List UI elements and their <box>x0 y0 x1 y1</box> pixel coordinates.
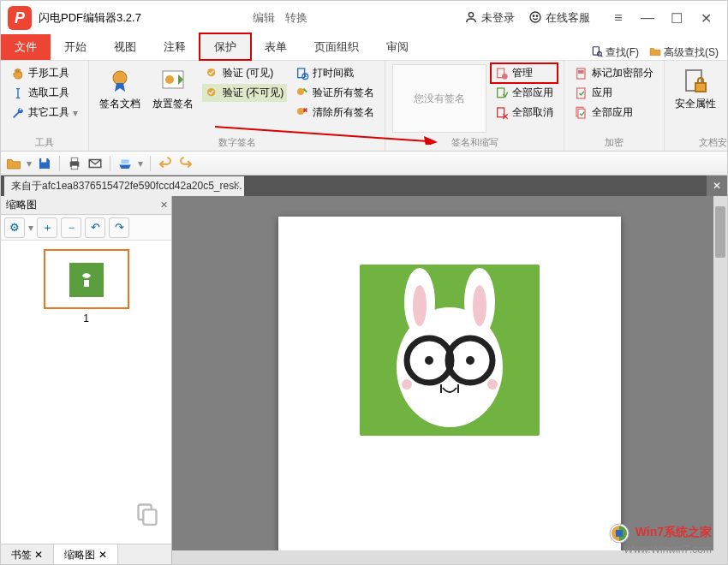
title-bar: P 闪电PDF编辑器3.2.7 编辑 转换 未登录 在线客服 ≡ — ☐ ✕ <box>1 1 727 35</box>
svg-rect-35 <box>84 280 89 287</box>
footer-tab-thumbnail[interactable]: 缩略图 ✕ <box>54 544 117 564</box>
apply-all-button[interactable]: 全部应用 <box>492 84 557 102</box>
sign-doc-button[interactable]: 签名文档 <box>96 64 144 115</box>
other-tools[interactable]: 其它工具▾ <box>8 104 81 122</box>
svg-point-48 <box>402 379 412 390</box>
page-view <box>278 217 621 564</box>
page-image <box>360 265 540 436</box>
undo-icon[interactable] <box>158 156 173 171</box>
svg-rect-32 <box>71 165 78 170</box>
close-tab-icon[interactable]: ✕ <box>232 179 241 191</box>
tab-view[interactable]: 视图 <box>100 34 150 60</box>
tab-review[interactable]: 审阅 <box>373 34 422 60</box>
tab-protect[interactable]: 保护 <box>200 33 251 60</box>
chevron-down-icon[interactable]: ▾ <box>27 158 32 170</box>
adv-find-button[interactable]: 高级查找(S) <box>649 45 719 60</box>
thumbnail-item[interactable]: 1 <box>44 249 129 324</box>
mark-encrypt-button[interactable]: 标记加密部分 <box>571 64 657 82</box>
menu-convert[interactable]: 转换 <box>285 10 307 26</box>
thumbnail-panel: 缩略图 ✕ ⚙▾ ＋ － ↶ ↷ 1 书签 ✕ <box>1 196 172 564</box>
manage-button[interactable]: 管理 <box>492 64 557 82</box>
thumbnail-image <box>69 263 104 297</box>
close-button[interactable]: ✕ <box>691 6 720 30</box>
svg-point-11 <box>207 68 215 76</box>
svg-point-47 <box>466 356 474 365</box>
zoom-in-icon[interactable]: ＋ <box>37 217 57 238</box>
group-sig-abbr: 您没有签名 管理 全部应用 全部取消 签名和缩写 <box>385 61 564 151</box>
print-icon[interactable] <box>67 156 82 171</box>
maximize-button[interactable]: ☐ <box>662 6 691 30</box>
svg-rect-19 <box>498 88 504 98</box>
ribbon-tabs: 文件 开始 视图 注释 保护 表单 页面组织 审阅 查找(F) 高级查找(S) <box>1 35 727 61</box>
thumbnail-list[interactable]: 1 <box>1 241 171 544</box>
close-all-tabs[interactable]: ✕ <box>707 175 727 196</box>
hand-tool[interactable]: 手形工具 <box>8 64 81 82</box>
clear-all-sigs[interactable]: 清除所有签名 <box>292 104 378 122</box>
verify-all-sigs[interactable]: 验证所有签名 <box>292 84 378 102</box>
select-tool[interactable]: 选取工具 <box>8 84 81 102</box>
panel-header: 缩略图 ✕ <box>1 196 171 215</box>
hand-icon <box>11 67 25 80</box>
apply-all-encrypt-button[interactable]: 全部应用 <box>571 104 657 122</box>
svg-point-15 <box>297 88 304 95</box>
app-title: 闪电PDF编辑器3.2.7 <box>39 10 141 26</box>
tab-start[interactable]: 开始 <box>51 34 100 60</box>
verify-visible[interactable]: 验证 (可见) <box>202 64 287 82</box>
online-service[interactable]: 在线客服 <box>528 10 590 27</box>
save-icon[interactable] <box>37 156 52 171</box>
rotate-left-icon[interactable]: ↶ <box>85 217 105 238</box>
ribbon: 手形工具 选取工具 其它工具▾ 工具 签名文档 放置签名 验证 (可见) 验证 … <box>1 61 727 152</box>
security-attr-button[interactable]: 安全属性 <box>671 64 719 115</box>
rotate-right-icon[interactable]: ↷ <box>109 217 129 238</box>
document-tab[interactable]: 来自于afc1ea8376515472fe590fccd42a20c5_resi… <box>4 176 244 196</box>
lock-doc-icon <box>682 68 709 95</box>
close-panel-icon[interactable]: ✕ <box>160 199 168 211</box>
verify-invisible[interactable]: 验证 (不可见) <box>202 84 287 102</box>
zoom-out-icon[interactable]: － <box>61 217 81 238</box>
timestamp-button[interactable]: 打时间戳 <box>292 64 378 82</box>
vertical-scrollbar[interactable] <box>713 196 727 564</box>
tab-file[interactable]: 文件 <box>1 34 51 60</box>
svg-point-8 <box>113 71 127 85</box>
document-canvas[interactable] <box>172 196 727 564</box>
document-tabbar: 来自于afc1ea8376515472fe590fccd42a20c5_resi… <box>1 175 727 196</box>
svg-point-18 <box>503 74 507 78</box>
place-signature-icon <box>159 68 187 95</box>
group-encrypt: 标记加密部分 应用 全部应用 加密 <box>564 61 665 151</box>
apply-encrypt-button[interactable]: 应用 <box>571 84 657 102</box>
mail-icon[interactable] <box>87 156 103 171</box>
svg-rect-25 <box>578 109 585 118</box>
cancel-all-icon <box>495 106 509 120</box>
gear-doc-icon <box>495 67 509 80</box>
mark-icon <box>575 67 588 80</box>
apply-all-icon <box>575 106 588 120</box>
app-logo: P <box>8 6 32 30</box>
quick-access-toolbar: ▾ ▾ <box>1 152 727 175</box>
place-sig-button[interactable]: 放置签名 <box>149 64 197 115</box>
hamburger-icon[interactable]: ≡ <box>604 6 633 30</box>
chevron-down-icon[interactable]: ▾ <box>138 158 143 170</box>
minimize-button[interactable]: — <box>633 6 662 30</box>
cancel-all-button[interactable]: 全部取消 <box>492 104 557 122</box>
svg-point-10 <box>165 75 174 84</box>
svg-rect-13 <box>298 68 305 78</box>
apply-all-icon <box>495 86 509 100</box>
footer-tab-bookmark[interactable]: 书签 ✕ <box>1 544 54 564</box>
svg-point-42 <box>413 285 427 326</box>
gear-icon[interactable]: ⚙ <box>4 217 25 238</box>
user-login[interactable]: 未登录 <box>464 10 515 27</box>
svg-point-0 <box>468 12 473 16</box>
scanner-icon[interactable] <box>117 156 133 171</box>
open-folder-icon[interactable] <box>6 156 21 171</box>
menu-edit[interactable]: 编辑 <box>253 10 275 26</box>
user-icon <box>464 10 478 27</box>
find-button[interactable]: 查找(F) <box>591 45 639 60</box>
tab-page[interactable]: 页面组织 <box>301 34 373 60</box>
svg-rect-22 <box>579 70 583 73</box>
check-badge-icon <box>206 86 219 100</box>
tab-form[interactable]: 表单 <box>251 34 301 60</box>
tab-comment[interactable]: 注释 <box>150 34 200 60</box>
security-policy-button[interactable]: 安全策略 <box>725 64 728 115</box>
copy-icon[interactable] <box>135 502 159 532</box>
redo-icon[interactable] <box>178 156 194 171</box>
